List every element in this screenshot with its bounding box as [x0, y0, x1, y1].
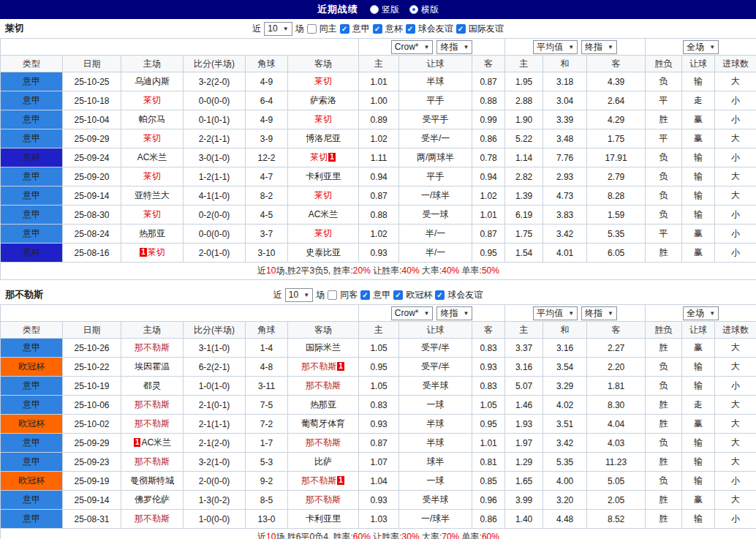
- team-name-text[interactable]: 莱切: [143, 133, 161, 143]
- same-venue-checkbox[interactable]: [307, 24, 317, 34]
- team-name-text[interactable]: 莱切: [143, 95, 161, 105]
- score-halftime[interactable]: 0-0(0-0): [184, 225, 246, 244]
- team-name-text[interactable]: 那不勒斯: [306, 494, 341, 505]
- score-halftime[interactable]: 2-0(1-0): [184, 244, 246, 263]
- team-name-text[interactable]: 博洛尼亚: [306, 133, 341, 143]
- team-name-text[interactable]: 埃因霍温: [135, 361, 170, 372]
- league-filter-checkbox[interactable]: [456, 24, 466, 34]
- score-halftime[interactable]: 4-1(1-0): [184, 186, 246, 206]
- score-halftime[interactable]: 1-3(0-2): [184, 491, 246, 510]
- league-filter-checkbox[interactable]: [393, 290, 403, 300]
- select-value: Crow*: [395, 42, 419, 52]
- team-name-text[interactable]: 亚特兰大: [135, 190, 170, 200]
- team-name-text[interactable]: 那不勒斯: [135, 456, 170, 467]
- league-filter-checkbox[interactable]: [406, 24, 415, 34]
- score-halftime[interactable]: 3-2(1-0): [184, 453, 246, 472]
- team-name-text[interactable]: 莱切: [148, 247, 165, 257]
- team-name-text[interactable]: 乌迪内斯: [135, 76, 170, 86]
- team-name-text[interactable]: 莱切: [310, 152, 328, 162]
- team-name-text[interactable]: 葡萄牙体育: [301, 418, 345, 429]
- team-name-text[interactable]: 史泰比亚: [306, 247, 341, 257]
- match-date: 25-10-25: [63, 72, 121, 91]
- score-halftime[interactable]: 1-0(1-0): [184, 377, 246, 396]
- view-option[interactable]: 竖版: [370, 4, 399, 16]
- result-handicap: 走: [682, 91, 715, 110]
- team-name-text[interactable]: 那不勒斯: [135, 342, 170, 353]
- team-name-text[interactable]: 莱切: [314, 228, 332, 238]
- team-name-text[interactable]: AC米兰: [309, 209, 339, 219]
- league-filter-checkbox[interactable]: [435, 290, 445, 300]
- fulltime-scope-select[interactable]: 全场▼: [683, 306, 719, 320]
- bookmaker-select[interactable]: Crow*▼: [391, 40, 434, 54]
- average-odds-select[interactable]: 平均值▼: [533, 306, 578, 320]
- team-name-text[interactable]: AC米兰: [141, 437, 171, 448]
- view-option[interactable]: 横版: [409, 4, 439, 16]
- europe-draw-odds: 3.42: [543, 225, 587, 244]
- team-name-text[interactable]: 莱切: [314, 76, 332, 86]
- team-name-text[interactable]: 帕尔马: [139, 114, 165, 124]
- away-team-cell: 莱切: [288, 72, 359, 91]
- league-filter-checkbox[interactable]: [360, 290, 370, 300]
- result-outcome: 负: [646, 72, 682, 91]
- score-halftime[interactable]: 3-0(1-0): [184, 148, 246, 167]
- team-name-text[interactable]: AC米兰: [137, 152, 167, 162]
- team-name-text[interactable]: 曼彻斯特城: [130, 475, 174, 486]
- team-name-text[interactable]: 萨索洛: [310, 95, 336, 105]
- blank-cell: [1, 39, 359, 56]
- team-name-text[interactable]: 那不勒斯: [301, 361, 336, 372]
- asia-home-odds: 0.93: [359, 244, 399, 263]
- score-halftime[interactable]: 2-1(2-0): [184, 434, 246, 453]
- score-halftime[interactable]: 0-1(0-1): [184, 110, 246, 129]
- team-name-text[interactable]: 国际米兰: [306, 342, 341, 353]
- score-halftime[interactable]: 2-1(1-1): [184, 415, 246, 434]
- team-name-text[interactable]: 那不勒斯: [135, 513, 170, 524]
- score-halftime[interactable]: 3-2(2-0): [184, 72, 246, 91]
- team-name-text[interactable]: 卡利亚里: [306, 513, 341, 524]
- team-name-text[interactable]: 那不勒斯: [306, 437, 341, 448]
- team-name-text[interactable]: 佛罗伦萨: [135, 494, 170, 505]
- score-halftime[interactable]: 0-0(0-0): [184, 91, 246, 110]
- team-name-text[interactable]: 莱切: [143, 209, 161, 219]
- asia-away-odds: 0.85: [472, 472, 505, 491]
- europe-final-odds-select[interactable]: 终指▼: [581, 40, 617, 54]
- league-filter-checkbox[interactable]: [340, 24, 349, 34]
- europe-final-odds-select[interactable]: 终指▼: [581, 306, 617, 320]
- score-halftime[interactable]: 1-0(0-0): [184, 510, 246, 529]
- asia-final-odds-select[interactable]: 终指▼: [436, 306, 472, 320]
- team-name-text[interactable]: 那不勒斯: [135, 399, 170, 410]
- bookmaker-select[interactable]: Crow*▼: [391, 306, 434, 320]
- team-name-text[interactable]: 莱切: [314, 114, 332, 124]
- match-date: 25-10-02: [63, 415, 121, 434]
- team-name-text[interactable]: 热那亚: [139, 228, 165, 238]
- team-name-text[interactable]: 莱切: [143, 171, 161, 181]
- column-header: 类型: [1, 56, 63, 72]
- red-card-badge: 1: [328, 153, 336, 162]
- team-name-text[interactable]: 卡利亚里: [306, 171, 341, 181]
- league-filter-checkbox[interactable]: [373, 24, 382, 34]
- score-halftime[interactable]: 0-2(0-0): [184, 206, 246, 225]
- summary-segment: 大率:: [420, 532, 442, 539]
- match-date: 25-08-16: [63, 244, 121, 263]
- average-odds-select[interactable]: 平均值▼: [533, 40, 578, 54]
- score-halftime[interactable]: 2-2(1-1): [184, 129, 246, 148]
- asia-away-odds: 0.95: [472, 244, 505, 263]
- score-halftime[interactable]: 3-1(1-0): [184, 339, 246, 358]
- score-halftime[interactable]: 6-2(2-1): [184, 358, 246, 377]
- team-name-text[interactable]: 那不勒斯: [135, 418, 170, 429]
- result-goals: 大: [715, 339, 756, 358]
- recent-count-select[interactable]: 10▼: [285, 288, 313, 302]
- score-halftime[interactable]: 1-2(1-1): [184, 167, 246, 186]
- same-venue-checkbox[interactable]: [328, 290, 337, 300]
- team-name-text[interactable]: 热那亚: [310, 399, 336, 410]
- team-name-text[interactable]: 莱切: [314, 190, 332, 200]
- asia-final-odds-select[interactable]: 终指▼: [436, 40, 472, 54]
- team-name-text[interactable]: 比萨: [314, 456, 332, 467]
- fulltime-scope-select[interactable]: 全场▼: [683, 40, 719, 54]
- team-name-text[interactable]: 都灵: [143, 380, 161, 391]
- score-halftime[interactable]: 2-1(0-1): [184, 396, 246, 415]
- recent-count-select[interactable]: 10▼: [264, 22, 292, 36]
- team-name-text[interactable]: 那不勒斯: [301, 475, 336, 486]
- team-name-text[interactable]: 那不勒斯: [306, 380, 341, 391]
- asia-home-odds: 0.94: [359, 167, 399, 186]
- score-halftime[interactable]: 2-0(0-0): [184, 472, 246, 491]
